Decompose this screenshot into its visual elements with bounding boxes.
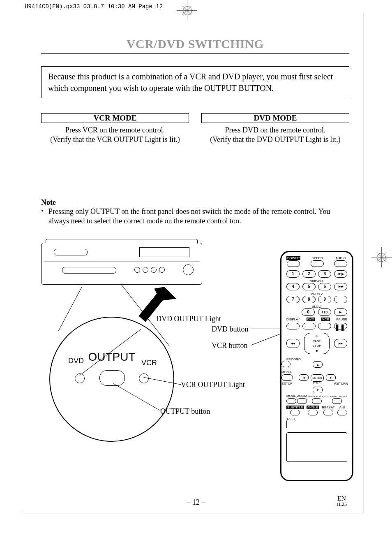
subtitle-label: SUBTITLE xyxy=(286,406,304,409)
intro-box: Because this product is a combination of… xyxy=(41,66,349,98)
angle-label: ANGLE xyxy=(307,406,319,409)
ab-label: A–B xyxy=(339,406,345,409)
dvd-button xyxy=(302,323,316,329)
note-section: Note Pressing only OUTPUT on the front p… xyxy=(41,198,349,226)
audio-label: AUDIO xyxy=(335,256,346,260)
callout-dvd-button: DVD button xyxy=(212,325,249,334)
pause-label: PAUSE xyxy=(336,318,347,321)
callout-dvd-output-light: DVD OUTPUT Light xyxy=(156,315,221,323)
mode-button xyxy=(286,398,296,404)
language-code: EN 1L25 xyxy=(337,495,347,507)
dvd-mode-line1: Press DVD on the remote control. xyxy=(225,126,326,134)
num-1-button: 1 xyxy=(286,270,300,278)
num-2-button: 2 xyxy=(302,270,316,278)
tangent-line xyxy=(58,287,82,331)
lang-main: EN xyxy=(337,495,346,502)
dpad: ▴ ◂ ENTER ▸ ▾ MENU SETUP TITLE RETURN xyxy=(296,361,337,394)
note-text: Pressing only OUTPUT on the front panel … xyxy=(41,207,349,226)
num-0-button: 0 xyxy=(302,308,315,316)
vcr-mode-column: VCR MODE Press VCR on the remote control… xyxy=(41,113,189,145)
zoom-button xyxy=(297,398,307,404)
vcr-button-label: VCR xyxy=(321,318,330,321)
clearreset-label: CLEAR/ C.RESET xyxy=(327,395,347,398)
skip-back-button: |◂◂▾ xyxy=(334,283,347,290)
remote-blank-panel xyxy=(286,432,347,462)
note-label: Note xyxy=(41,198,349,207)
modes: VCR MODE Press VCR on the remote control… xyxy=(41,113,349,145)
display-label: DISPLAY xyxy=(286,318,300,321)
ffwd-button: ▸▸ xyxy=(334,339,347,348)
num-8-button: 8 xyxy=(302,296,316,303)
skipch-label: SKIP/CH. xyxy=(286,279,347,283)
title-label: TITLE xyxy=(309,382,325,385)
num-6-button: 6 xyxy=(318,283,331,290)
right-button: ▸ xyxy=(326,374,336,381)
vcr-mode-line1: Press VCR on the remote control. xyxy=(65,126,165,134)
down-button: ▾ xyxy=(313,387,323,393)
num-plus10-button: +10 xyxy=(318,308,331,316)
power-button xyxy=(287,260,300,267)
num-7-button: 7 xyxy=(286,296,300,303)
callout-vcr-button: VCR button xyxy=(212,341,248,350)
num-5-button: 5 xyxy=(302,283,316,290)
vcrtv-label: VCR/TV xyxy=(286,292,347,296)
tset-button xyxy=(286,420,287,428)
num-9-button: 9 xyxy=(318,296,331,303)
repeat-button xyxy=(323,410,333,415)
stop-label: STOP xyxy=(312,344,321,348)
diagram-area: OUTPUT DVD VCR DVD OUTPUT Light VCR OUTP… xyxy=(41,243,349,481)
vcr-button xyxy=(318,323,331,329)
left-button: ◂ xyxy=(299,374,309,381)
mode-label: MODE xyxy=(286,394,296,398)
setup-label: SETUP xyxy=(281,382,293,385)
slow-label: SLOW xyxy=(286,305,347,308)
searchmode-button xyxy=(312,398,322,404)
leader-line xyxy=(251,329,284,329)
power-label: POWER xyxy=(286,256,300,260)
record-button xyxy=(281,361,291,367)
title-rule xyxy=(41,53,349,54)
play-label: PLAY xyxy=(313,339,321,343)
speed-label: SPEED xyxy=(312,256,323,260)
remote-illustration: POWER SPEED AUDIO 1 2 3 ▸▸|▴ SKIP/CH. 4 … xyxy=(280,251,353,481)
output-button-icon xyxy=(99,370,125,386)
searchmode-label: SEARCH MODE xyxy=(308,395,326,398)
dvd-mode-column: DVD MODE Press DVD on the remote control… xyxy=(201,113,349,145)
footer: – 12 – EN 1L25 xyxy=(0,498,392,507)
lang-sub: 1L25 xyxy=(337,502,347,507)
display-button xyxy=(286,323,300,329)
print-header: H9414CD(EN).qx33 03.8.7 10:30 AM Page 12 xyxy=(25,3,163,10)
vcr-mode-header: VCR MODE xyxy=(41,113,189,123)
pause-button: ❚❚ xyxy=(334,323,347,329)
return-label: RETURN xyxy=(334,382,348,385)
combo-unit-illustration xyxy=(41,243,202,285)
page-title: VCR/DVD SWITCHING xyxy=(41,37,349,51)
num-3-button: 3 xyxy=(318,270,331,278)
record-label: RECORD xyxy=(286,357,347,361)
repeat-label: REPEAT xyxy=(322,406,334,409)
enter-button: ENTER xyxy=(311,374,324,382)
vcr-label: VCR xyxy=(141,359,157,367)
content: VCR/DVD SWITCHING Because this product i… xyxy=(41,37,349,481)
dvd-mode-text: Press DVD on the remote control. (Verify… xyxy=(201,125,349,145)
angle-button xyxy=(308,410,318,415)
dvd-button-label: DVD xyxy=(307,318,315,321)
up-button: ▴ xyxy=(313,361,323,368)
vcr-mode-text: Press VCR on the remote control. (Verify… xyxy=(41,125,189,145)
page: H9414CD(EN).qx33 03.8.7 10:30 AM Page 12… xyxy=(0,0,392,538)
rewind-button: ◂◂ xyxy=(286,339,300,348)
ab-button xyxy=(337,410,347,415)
vcr-mode-line2: (Verify that the VCR OUTPUT Light is lit… xyxy=(50,135,180,144)
callout-output-button: OUTPUT button xyxy=(160,407,210,416)
dvd-label: DVD xyxy=(68,357,84,365)
vcrtv-button xyxy=(334,296,347,303)
speed-button xyxy=(311,260,324,267)
dvd-mode-line2: (Verify that the DVD OUTPUT Light is lit… xyxy=(210,135,341,144)
audio-button xyxy=(334,260,347,267)
tset-label: T-SET xyxy=(286,417,347,421)
menu-label: MENU xyxy=(281,370,291,374)
play-stop-block: ▷ PLAY STOP ■ xyxy=(304,333,330,354)
num-4-button: 4 xyxy=(286,283,300,290)
callout-vcr-output-light: VCR OUTPUT Light xyxy=(181,380,245,389)
menu-button xyxy=(281,374,293,381)
